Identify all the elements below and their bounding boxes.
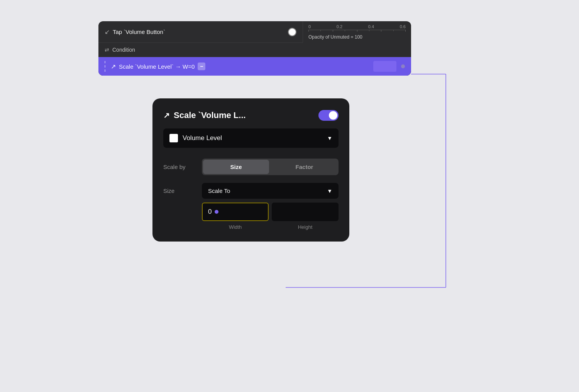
input-labels: Width Height (202, 224, 339, 230)
opacity-label: Opacity of Unmuted = 100 (308, 34, 406, 40)
ruler-numbers: 0 0.2 0.4 0.6 (308, 24, 406, 30)
height-input[interactable] (272, 203, 339, 221)
ruler-04: 0.4 (368, 24, 374, 29)
dropdown-arrow-icon: ▼ (327, 135, 332, 141)
input-row: 0 (202, 203, 339, 221)
scale-to-arrow-icon: ▼ (327, 188, 332, 194)
scale-row-right (373, 61, 405, 72)
scale-row-left: ↗ Scale `Volume Level` → W=0 − (105, 61, 205, 72)
dropdown-left: Volume Level (169, 134, 222, 142)
tap-toggle[interactable] (288, 28, 296, 36)
size-label: Size (163, 188, 194, 194)
dropdown-label: Volume Level (183, 134, 222, 142)
condition-row: ⇄ Condition (98, 43, 411, 57)
ruler-06: 0.6 (400, 24, 406, 29)
ruler-0: 0 (308, 24, 311, 29)
top-panel: ↙ Tap `Volume Button` 0 0.2 0.4 0.6 (98, 21, 411, 76)
main-panel: ↗ Scale `Volume L... Volume Level ▼ Scal… (152, 98, 349, 242)
volume-level-dropdown[interactable]: Volume Level ▼ (163, 128, 339, 148)
dashed-indicator (105, 61, 106, 72)
scale-by-tabs: Size Factor (202, 159, 339, 175)
main-toggle[interactable] (318, 110, 339, 121)
scale-by-row: Scale by Size Factor (163, 159, 339, 175)
width-input[interactable]: 0 (202, 203, 269, 221)
condition-icon: ⇄ (105, 47, 109, 53)
tap-label: Tap `Volume Button` (113, 29, 165, 35)
tap-row: ↙ Tap `Volume Button` (105, 28, 165, 35)
scale-icon: ↗ (111, 63, 116, 70)
scale-label: Scale `Volume Level` → W=0 (119, 63, 195, 70)
size-dropdown-row: Size Scale To ▼ (163, 183, 339, 199)
main-panel-header: ↗ Scale `Volume L... (163, 110, 339, 121)
size-section: Size Scale To ▼ 0 Width Height (163, 183, 339, 230)
scale-color-swatch (373, 61, 396, 72)
main-panel-title: ↗ Scale `Volume L... (163, 110, 246, 120)
width-connector-dot (215, 210, 218, 214)
tab-factor[interactable]: Factor (271, 160, 337, 174)
main-title-text: Scale `Volume L... (174, 110, 246, 120)
height-label: Height (272, 224, 339, 230)
volume-icon (169, 134, 178, 142)
scale-to-label: Scale To (208, 188, 230, 194)
tap-icon: ↙ (105, 28, 110, 35)
condition-label: Condition (112, 47, 135, 53)
tab-size[interactable]: Size (203, 160, 269, 174)
connector-dot (401, 64, 405, 68)
minus-badge[interactable]: − (198, 63, 205, 70)
width-label: Width (202, 224, 269, 230)
scale-to-dropdown[interactable]: Scale To ▼ (202, 183, 339, 199)
scale-expand-icon: ↗ (163, 111, 170, 120)
scale-row[interactable]: ↗ Scale `Volume Level` → W=0 − (98, 57, 411, 76)
ruler-02: 0.2 (337, 24, 342, 29)
width-value: 0 (208, 208, 212, 216)
scale-by-label: Scale by (163, 164, 194, 170)
